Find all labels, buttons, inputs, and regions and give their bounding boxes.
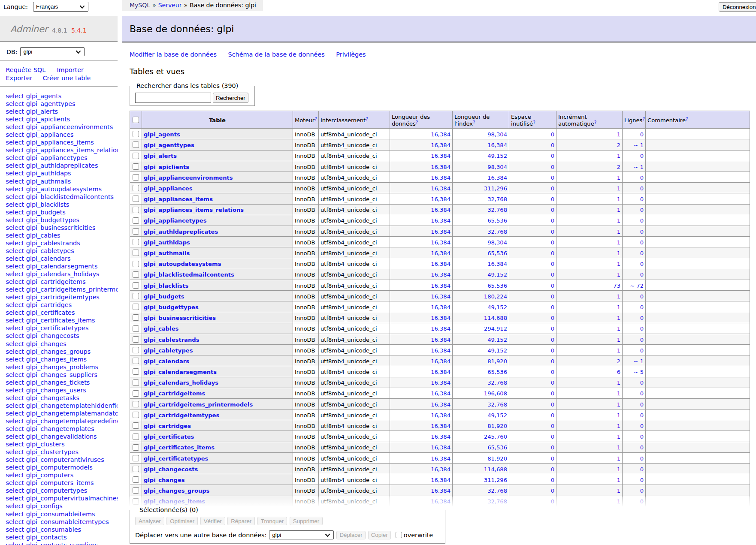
sidebar-table-link[interactable]: glpi_changes_problems — [26, 364, 98, 370]
row-checkbox[interactable] — [133, 476, 139, 483]
sidebar-select-link[interactable]: select — [6, 93, 24, 99]
sidebar-table-link[interactable]: glpi_computerantiviruses — [26, 456, 104, 463]
table-name-link[interactable]: glpi_applianceenvironments — [144, 175, 233, 181]
sidebar-select-link[interactable]: select — [6, 278, 24, 285]
cell-data-length-link[interactable]: 16,384 — [431, 379, 451, 386]
cell-index-length-link[interactable]: 32,768 — [487, 196, 507, 202]
optimize-button[interactable]: Optimiser — [166, 517, 198, 525]
sidebar-table-link[interactable]: glpi_computermodels — [26, 464, 93, 471]
table-name-link[interactable]: glpi_authmails — [144, 250, 190, 256]
analyze-button[interactable]: Analyser — [135, 517, 164, 525]
sidebar-table-link[interactable]: glpi_cabletypes — [26, 247, 74, 254]
cell-data-length-link[interactable]: 16,384 — [431, 455, 451, 462]
sidebar-select-link[interactable]: select — [6, 511, 24, 518]
cell-rows-link[interactable]: 0 — [640, 434, 644, 440]
table-name-link[interactable]: glpi_appliancetypes — [144, 217, 206, 224]
cell-auto-increment-link[interactable]: 1 — [617, 401, 620, 408]
sidebar-select-link[interactable]: select — [6, 364, 24, 370]
sidebar-select-link[interactable]: select — [6, 410, 24, 417]
row-checkbox[interactable] — [133, 358, 139, 364]
sidebar-table-link[interactable]: glpi_computers — [26, 472, 73, 479]
cell-index-length-link[interactable]: 81,920 — [487, 358, 507, 364]
table-name-link[interactable]: glpi_certificates — [144, 434, 194, 440]
sidebar-table-link[interactable]: glpi_autoupdatesystems — [26, 186, 102, 193]
truncate-button[interactable]: Tronquer — [257, 517, 287, 525]
sidebar-select-link[interactable]: select — [6, 418, 24, 425]
cell-rows-link[interactable]: 0 — [640, 401, 644, 408]
create-table-link[interactable]: Créer une table — [42, 75, 91, 81]
cell-index-length-link[interactable]: 65,536 — [487, 444, 507, 451]
cell-data-length-link[interactable]: 16,384 — [431, 477, 451, 483]
row-checkbox[interactable] — [133, 250, 139, 256]
sidebar-select-link[interactable]: select — [6, 201, 24, 208]
cell-auto-increment-link[interactable]: 1 — [617, 261, 620, 267]
cell-index-length-link[interactable]: 49,152 — [487, 337, 507, 343]
sidebar-select-link[interactable]: select — [6, 224, 24, 231]
sidebar-select-link[interactable]: select — [6, 209, 24, 216]
help-link[interactable]: ? — [366, 116, 368, 121]
sidebar-select-link[interactable]: select — [6, 348, 24, 355]
cell-index-length-link[interactable]: 98,304 — [487, 164, 507, 170]
import-link[interactable]: Importer — [57, 66, 84, 73]
table-name-link[interactable]: glpi_appliances_items — [144, 196, 213, 202]
sidebar-select-link[interactable]: select — [6, 387, 24, 394]
cell-rows-link[interactable]: 0 — [640, 379, 644, 386]
row-checkbox[interactable] — [133, 455, 139, 461]
cell-index-length-link[interactable]: 32,768 — [487, 229, 507, 235]
sidebar-table-link[interactable]: glpi_applianceenvironments — [26, 123, 113, 130]
sidebar-table-link[interactable]: glpi_changes_items — [26, 356, 87, 363]
cell-index-length-link[interactable]: 81,920 — [487, 455, 507, 462]
sidebar-select-link[interactable]: select — [6, 379, 24, 386]
table-name-link[interactable]: glpi_autoupdatesystems — [144, 261, 221, 267]
sidebar-table-link[interactable]: glpi_clustertypes — [26, 449, 79, 455]
sidebar-select-link[interactable]: select — [6, 472, 24, 479]
table-name-link[interactable]: glpi_cablestrands — [144, 337, 199, 343]
help-link[interactable]: ? — [416, 120, 418, 125]
sidebar-table-link[interactable]: glpi_cablestrands — [26, 240, 80, 247]
row-checkbox[interactable] — [133, 347, 139, 353]
sidebar-table-link[interactable]: glpi_businesscriticities — [26, 224, 96, 231]
sidebar-table-link[interactable]: glpi_authldaps — [26, 170, 71, 177]
row-checkbox[interactable] — [133, 261, 139, 267]
table-name-link[interactable]: glpi_certificates_items — [144, 444, 215, 451]
cell-data-length-link[interactable]: 16,384 — [431, 390, 451, 397]
cell-rows-link[interactable]: 0 — [640, 412, 644, 419]
sidebar-table-link[interactable]: glpi_changetasks — [26, 394, 79, 401]
cell-data-length-link[interactable]: 16,384 — [431, 250, 451, 256]
sidebar-select-link[interactable]: select — [6, 325, 24, 331]
table-name-link[interactable]: glpi_certificatetypes — [144, 455, 208, 462]
cell-rows-link[interactable]: ~ 5 — [634, 369, 644, 375]
cell-data-length-link[interactable]: 16,384 — [431, 412, 451, 419]
sidebar-table-link[interactable]: glpi_configs — [26, 503, 63, 509]
table-name-link[interactable]: glpi_cartridgeitems_printermodels — [144, 401, 253, 408]
table-name-link[interactable]: glpi_blacklistedmailcontents — [144, 271, 234, 278]
cell-data-length-link[interactable]: 16,384 — [431, 229, 451, 235]
cell-data-length-link[interactable]: 16,384 — [431, 444, 451, 451]
cell-data-length-link[interactable]: 16,384 — [431, 434, 451, 440]
sidebar-select-link[interactable]: select — [6, 162, 24, 169]
sidebar-table-link[interactable]: glpi_budgettypes — [26, 217, 79, 223]
cell-rows-link[interactable]: 0 — [640, 304, 644, 310]
row-checkbox[interactable] — [133, 185, 139, 191]
row-checkbox[interactable] — [133, 401, 139, 407]
sidebar-table-link[interactable]: glpi_changetemplates — [26, 425, 94, 432]
cell-auto-increment-link[interactable]: 1 — [617, 444, 620, 451]
cell-unused-link[interactable]: 0 — [551, 239, 554, 246]
search-input[interactable] — [135, 93, 211, 103]
cell-unused-link[interactable]: 0 — [551, 196, 554, 202]
cell-auto-increment-link[interactable]: 1 — [617, 217, 620, 224]
cell-rows-link[interactable]: 0 — [640, 261, 644, 267]
table-name-link[interactable]: glpi_budgettypes — [144, 304, 199, 310]
sidebar-table-link[interactable]: glpi_computervirtualmachines — [26, 495, 118, 502]
cell-unused-link[interactable]: 0 — [551, 466, 554, 473]
cell-auto-increment-link[interactable]: 1 — [617, 325, 620, 332]
cell-unused-link[interactable]: 0 — [551, 164, 554, 170]
sidebar-select-link[interactable]: select — [6, 240, 24, 247]
row-checkbox[interactable] — [133, 282, 139, 289]
sidebar-table-link[interactable]: glpi_certificates — [26, 309, 75, 316]
cell-rows-link[interactable]: 0 — [640, 444, 644, 451]
cell-unused-link[interactable]: 0 — [551, 261, 554, 267]
cell-auto-increment-link[interactable]: 1 — [617, 207, 620, 213]
sidebar-select-link[interactable]: select — [6, 425, 24, 432]
sidebar-table-link[interactable]: glpi_calendars_holidays — [26, 271, 100, 277]
